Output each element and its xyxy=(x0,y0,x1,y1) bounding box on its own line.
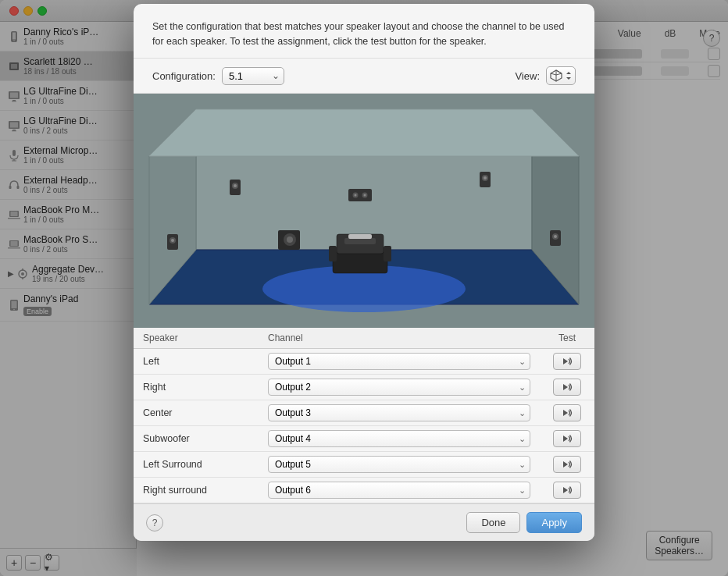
svg-point-60 xyxy=(287,236,293,243)
configure-speakers-modal: Set the configuration that best matches … xyxy=(134,4,594,542)
test-cell xyxy=(540,426,594,452)
table-row: Left SurroundOutput 1Output 2Output 3Out… xyxy=(134,452,594,478)
speaker-test-icon xyxy=(561,355,573,368)
svg-marker-70 xyxy=(563,436,568,442)
speaker-table: Speaker Channel Test LeftOutput 1Output … xyxy=(134,328,594,503)
svg-point-49 xyxy=(234,184,237,187)
table-row: RightOutput 1Output 2Output 3Output 4Out… xyxy=(134,375,594,400)
channel-cell: Output 1Output 2Output 3Output 4Output 5… xyxy=(259,400,540,426)
table-row: CenterOutput 1Output 2Output 3Output 4Ou… xyxy=(134,400,594,426)
test-button[interactable] xyxy=(553,379,581,396)
chair xyxy=(329,234,391,273)
table-row: Right surroundOutput 1Output 2Output 3Ou… xyxy=(134,478,594,503)
speaker-center xyxy=(348,189,372,201)
svg-marker-39 xyxy=(149,109,579,156)
speaker-column-header: Speaker xyxy=(134,328,259,349)
channel-column-header: Channel xyxy=(259,328,540,349)
speaker-cell: Subwoofer xyxy=(134,426,259,452)
speaker-test-icon xyxy=(561,484,573,496)
speaker-cell: Center xyxy=(134,400,259,426)
speaker-cell: Right xyxy=(134,375,259,400)
test-cell xyxy=(540,375,594,400)
channel-select-wrapper: Output 1Output 2Output 3Output 4Output 5… xyxy=(268,482,530,499)
channel-select[interactable]: Output 1Output 2Output 3Output 4Output 5… xyxy=(268,482,530,499)
test-button[interactable] xyxy=(553,353,581,370)
done-button[interactable]: Done xyxy=(466,512,520,533)
channel-select-wrapper: Output 1Output 2Output 3Output 4Output 5… xyxy=(268,379,530,396)
channel-cell: Output 1Output 2Output 3Output 4Output 5… xyxy=(259,452,540,478)
apply-button[interactable]: Apply xyxy=(526,512,582,533)
room-svg xyxy=(134,94,594,328)
view-3d-button[interactable] xyxy=(546,66,576,85)
table-header-row: Speaker Channel Test xyxy=(134,328,594,349)
channel-select[interactable]: Output 1Output 2Output 3Output 4Output 5… xyxy=(268,430,530,447)
channel-select-wrapper: Output 1Output 2Output 3Output 4Output 5… xyxy=(268,456,530,473)
view-right: View: xyxy=(515,66,576,85)
modal-description: Set the configuration that best matches … xyxy=(134,4,594,59)
speaker-surround-right xyxy=(550,230,561,246)
test-cell xyxy=(540,478,594,503)
channel-cell: Output 1Output 2Output 3Output 4Output 5… xyxy=(259,375,540,400)
svg-point-57 xyxy=(364,194,366,197)
config-label: Configuration: xyxy=(152,70,216,82)
test-button[interactable] xyxy=(553,482,581,499)
svg-marker-71 xyxy=(563,461,568,468)
speaker-cell: Left xyxy=(134,349,259,375)
speaker-cell: Left Surround xyxy=(134,452,259,478)
test-cell xyxy=(540,349,594,375)
channel-cell: Output 1Output 2Output 3Output 4Output 5… xyxy=(259,426,540,452)
table-row: LeftOutput 1Output 2Output 3Output 4Outp… xyxy=(134,349,594,375)
config-select-wrapper: Stereo 5.1 7.1 xyxy=(222,67,284,85)
test-button[interactable] xyxy=(553,456,581,473)
svg-rect-53 xyxy=(348,189,372,201)
modal-footer: ? Done Apply xyxy=(134,503,594,541)
table-row: SubwooferOutput 1Output 2Output 3Output … xyxy=(134,426,594,452)
chevron-up-down-icon xyxy=(565,70,573,81)
modal-config-row: Configuration: Stereo 5.1 7.1 View: xyxy=(134,59,594,94)
svg-rect-43 xyxy=(329,246,337,261)
room-visualization xyxy=(134,94,594,328)
svg-point-66 xyxy=(554,235,557,238)
svg-point-52 xyxy=(484,176,487,180)
speaker-test-icon xyxy=(561,458,573,471)
channel-select[interactable]: Output 1Output 2Output 3Output 4Output 5… xyxy=(268,404,530,421)
svg-rect-44 xyxy=(384,246,391,261)
speaker-front-right xyxy=(480,172,491,187)
test-column-header: Test xyxy=(540,328,594,349)
channel-select-wrapper: Output 1Output 2Output 3Output 4Output 5… xyxy=(268,430,530,447)
test-cell xyxy=(540,400,594,426)
test-button[interactable] xyxy=(553,430,581,447)
svg-rect-46 xyxy=(348,234,372,239)
view-label: View: xyxy=(515,70,540,82)
config-left: Configuration: Stereo 5.1 7.1 xyxy=(152,67,284,85)
svg-marker-67 xyxy=(563,358,568,364)
channel-cell: Output 1Output 2Output 3Output 4Output 5… xyxy=(259,349,540,375)
channel-select[interactable]: Output 1Output 2Output 3Output 4Output 5… xyxy=(268,353,530,370)
cube-icon xyxy=(549,69,563,83)
speaker-test-icon xyxy=(561,432,573,445)
channel-select[interactable]: Output 1Output 2Output 3Output 4Output 5… xyxy=(268,456,530,473)
speaker-subwoofer xyxy=(278,230,300,250)
svg-point-56 xyxy=(355,194,357,197)
channel-select[interactable]: Output 1Output 2Output 3Output 4Output 5… xyxy=(268,379,530,396)
speaker-surround-left xyxy=(167,234,178,250)
speaker-cell: Right surround xyxy=(134,478,259,503)
speaker-table-container: Speaker Channel Test LeftOutput 1Output … xyxy=(134,328,594,503)
svg-line-34 xyxy=(551,73,556,75)
svg-marker-68 xyxy=(563,384,568,390)
speaker-test-icon xyxy=(561,381,573,393)
test-button[interactable] xyxy=(553,404,581,421)
modal-footer-buttons: Done Apply xyxy=(466,512,582,533)
channel-select-wrapper: Output 1Output 2Output 3Output 4Output 5… xyxy=(268,404,530,421)
test-cell xyxy=(540,452,594,478)
svg-rect-45 xyxy=(344,238,376,244)
svg-marker-72 xyxy=(563,487,568,493)
svg-point-63 xyxy=(171,239,174,242)
channel-select-wrapper: Output 1Output 2Output 3Output 4Output 5… xyxy=(268,353,530,370)
svg-marker-32 xyxy=(556,70,562,75)
modal-help-button[interactable]: ? xyxy=(146,514,163,532)
channel-cell: Output 1Output 2Output 3Output 4Output 5… xyxy=(259,478,540,503)
speaker-front-left xyxy=(230,180,241,195)
svg-marker-69 xyxy=(563,410,568,416)
configuration-select[interactable]: Stereo 5.1 7.1 xyxy=(222,67,284,85)
